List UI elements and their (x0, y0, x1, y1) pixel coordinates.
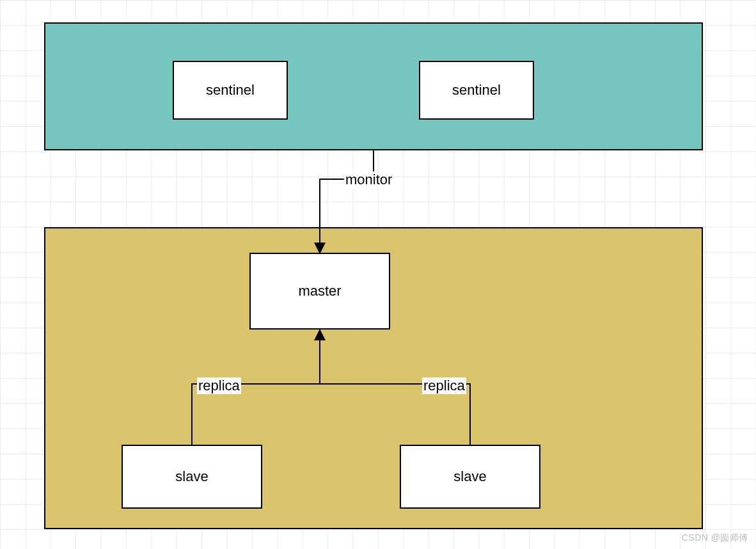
sentinel-node-1: sentinel (173, 61, 288, 120)
slave-node-1-label: slave (175, 468, 208, 485)
watermark: CSDN @圆师傅 (682, 532, 748, 544)
replica-label-1: replica (197, 378, 241, 394)
monitor-label: monitor (344, 171, 393, 188)
master-node: master (249, 253, 390, 330)
slave-node-2: slave (400, 445, 540, 509)
replica-label-2: replica (422, 378, 466, 394)
sentinel-node-2: sentinel (419, 61, 534, 120)
sentinel-container (44, 22, 703, 150)
master-node-label: master (298, 283, 341, 299)
sentinel-node-1-label: sentinel (206, 82, 255, 99)
slave-node-1: slave (122, 445, 262, 509)
slave-node-2-label: slave (453, 468, 486, 485)
sentinel-node-2-label: sentinel (452, 82, 501, 99)
